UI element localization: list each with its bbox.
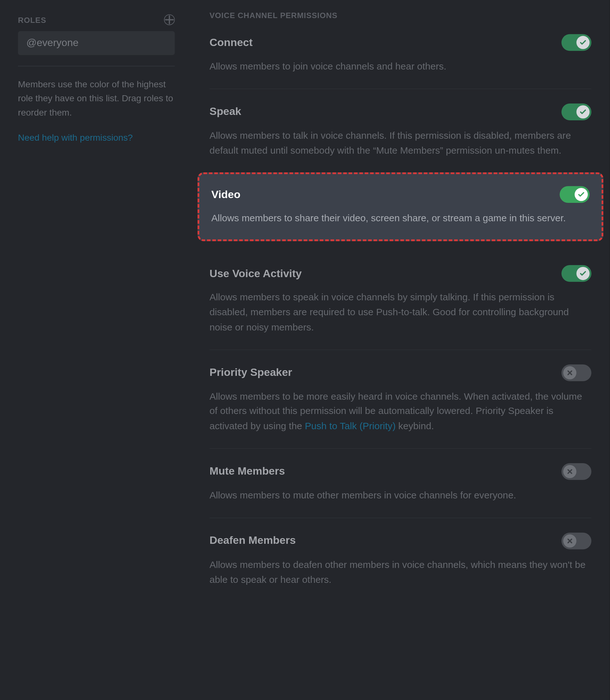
permission-header: Speak [210,103,592,120]
permission-desc: Allows members to talk in voice channels… [210,129,592,158]
permission-deafen-members: Deafen Members Allows members to deafen … [210,532,592,602]
permission-desc: Allows members to deafen other members i… [210,557,592,587]
sidebar-title: ROLES [18,15,46,24]
permission-speak: Speak Allows members to talk in voice ch… [210,103,592,173]
push-to-talk-priority-link[interactable]: Push to Talk (Priority) [305,421,396,431]
permission-mute-members: Mute Members Allows members to mute othe… [210,463,592,518]
toggle-video[interactable] [560,186,589,203]
permission-desc: Allows members to mute other members in … [210,488,592,503]
toggle-deafen-members[interactable] [561,532,591,549]
permission-desc: Allows members to join voice channels an… [210,59,592,74]
permission-title: Mute Members [210,466,285,478]
permission-header: Video [211,186,589,203]
toggle-use-voice-activity[interactable] [561,265,591,282]
permission-title: Video [211,189,240,201]
roles-sidebar: ROLES @everyone Members use the color of… [0,0,192,700]
divider [210,448,592,449]
toggle-speak[interactable] [561,103,591,120]
permission-header: Deafen Members [210,532,592,549]
section-title: VOICE CHANNEL PERMISSIONS [210,11,592,20]
divider [210,88,592,89]
permission-title: Deafen Members [210,535,296,547]
permissions-panel: VOICE CHANNEL PERMISSIONS Connect Allows… [192,0,609,700]
permissions-help-link[interactable]: Need help with permissions? [18,132,175,142]
permission-header: Mute Members [210,463,592,480]
toggle-priority-speaker[interactable] [561,364,591,381]
check-icon [576,36,589,49]
permission-connect: Connect Allows members to join voice cha… [210,34,592,88]
permission-title: Use Voice Activity [210,267,302,280]
sidebar-header: ROLES [18,14,175,25]
toggle-mute-members[interactable] [561,463,591,480]
permission-title: Speak [210,105,241,118]
add-role-icon[interactable] [164,14,175,25]
roles-note: Members use the color of the highest rol… [18,77,175,119]
x-icon [563,465,576,478]
check-icon [576,267,589,280]
divider [18,66,175,66]
permission-header: Connect [210,34,592,51]
permission-header: Priority Speaker [210,364,592,381]
role-item-everyone[interactable]: @everyone [18,31,175,55]
permission-video-highlighted: Video Allows members to share their vide… [197,173,603,241]
check-icon [576,105,589,118]
toggle-connect[interactable] [561,34,591,51]
permission-priority-speaker: Priority Speaker Allows members to be mo… [210,364,592,448]
x-icon [563,534,576,547]
permission-use-voice-activity: Use Voice Activity Allows members to spe… [210,265,592,349]
x-icon [563,366,576,379]
permission-title: Priority Speaker [210,367,292,379]
desc-text-post: keybind. [396,421,434,431]
permission-desc: Allows members to be more easily heard i… [210,389,592,434]
check-icon [575,188,588,201]
divider [210,518,592,518]
permission-desc: Allows members to share their video, scr… [211,211,589,226]
permission-header: Use Voice Activity [210,265,592,282]
divider [210,349,592,350]
permission-title: Connect [210,36,253,49]
permission-desc: Allows members to speak in voice channel… [210,291,592,335]
